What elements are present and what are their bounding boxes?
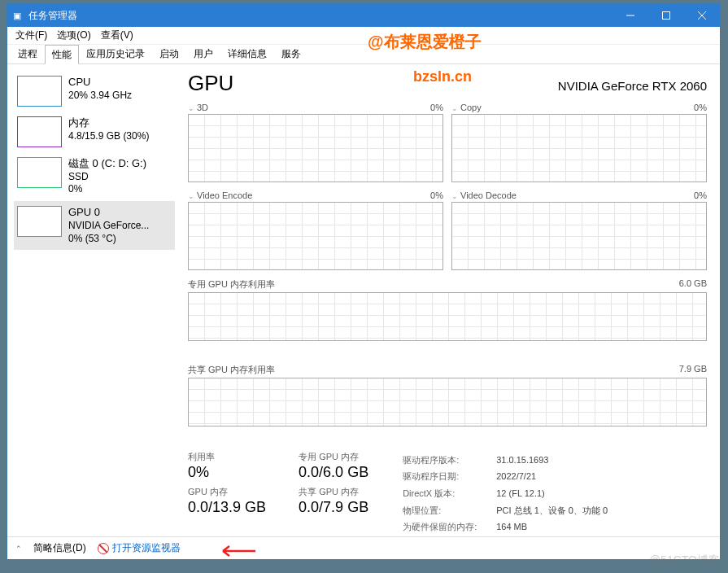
menubar: 文件(F) 选项(O) 查看(V)	[7, 27, 720, 45]
tab-services[interactable]: 服务	[274, 44, 308, 63]
window-title: 任务管理器	[27, 9, 612, 23]
menu-view[interactable]: 查看(V)	[96, 27, 138, 44]
cpu-sub: 20% 3.94 GHz	[68, 90, 132, 103]
sidebar-item-disk[interactable]: 磁盘 0 (C: D: G:) SSD 0%	[14, 152, 175, 201]
chevron-down-icon[interactable]: ⌄	[188, 192, 194, 200]
chevron-down-icon[interactable]: ⌄	[451, 192, 458, 200]
task-manager-window: ▣ 任务管理器 文件(F) 选项(O) 查看(V) 进程 性能 应用历史记录 启…	[7, 3, 721, 560]
main-panel: GPU NVIDIA GeForce RTX 2060 ⌄3D0% ⌄Copy0…	[178, 64, 720, 536]
stat-gpu-memory: GPU 内存 0.0/13.9 GB	[188, 486, 266, 516]
chart-3d[interactable]: ⌄3D0%	[188, 103, 443, 182]
maximize-button[interactable]	[648, 4, 684, 27]
forbidden-icon	[98, 543, 109, 554]
chart-dedicated-memory: 专用 GPU 内存利用率6.0 GB	[188, 278, 707, 356]
tab-startup[interactable]: 启动	[152, 44, 186, 63]
close-button[interactable]	[684, 4, 720, 27]
chart-copy-graph	[451, 114, 707, 182]
sidebar-item-cpu[interactable]: CPU 20% 3.94 GHz	[14, 71, 175, 112]
chevron-up-icon[interactable]: ⌃	[15, 545, 22, 553]
chart-vdec-graph	[451, 202, 707, 270]
tab-details[interactable]: 详细信息	[220, 44, 274, 63]
app-icon: ▣	[7, 11, 27, 21]
chevron-down-icon[interactable]: ⌄	[188, 104, 194, 112]
tab-app-history[interactable]: 应用历史记录	[79, 44, 152, 63]
chart-dedmem-graph	[188, 292, 707, 341]
tabbar: 进程 性能 应用历史记录 启动 用户 详细信息 服务	[7, 45, 720, 64]
chart-copy[interactable]: ⌄Copy0%	[451, 103, 707, 182]
minimize-button[interactable]	[612, 4, 648, 27]
gpu-sub2: 0% (53 °C)	[68, 233, 149, 246]
disk-label: 磁盘 0 (C: D: G:)	[68, 157, 146, 171]
chart-3d-graph	[188, 114, 443, 182]
resource-monitor-link[interactable]: 打开资源监视器	[98, 541, 181, 555]
chevron-down-icon[interactable]: ⌄	[451, 104, 458, 112]
stat-shared-memory: 共享 GPU 内存 0.0/7.9 GB	[299, 486, 368, 516]
gpu-thumb-chart	[17, 206, 62, 237]
gpu-properties: 驱动程序版本:31.0.15.1693 驱动程序日期:2022/7/21 Dir…	[401, 451, 707, 536]
menu-file[interactable]: 文件(F)	[11, 27, 52, 44]
cpu-thumb-chart	[17, 76, 62, 107]
memory-sub: 4.8/15.9 GB (30%)	[68, 130, 149, 143]
chart-video-decode[interactable]: ⌄Video Decode0%	[451, 190, 707, 270]
chart-shared-memory: 共享 GPU 内存利用率7.9 GB	[188, 364, 707, 441]
brief-info-link[interactable]: 简略信息(D)	[33, 541, 86, 555]
sidebar: CPU 20% 3.94 GHz 内存 4.8/15.9 GB (30%) 磁盘…	[7, 64, 178, 536]
stats-section: 利用率 0% GPU 内存 0.0/13.9 GB 专用 GPU 内存 0.0/…	[188, 451, 707, 536]
chart-shmem-graph	[188, 378, 707, 426]
tab-processes[interactable]: 进程	[11, 44, 45, 63]
disk-thumb-chart	[17, 157, 62, 188]
gpu-label: GPU 0	[68, 206, 149, 220]
tab-performance[interactable]: 性能	[45, 45, 79, 64]
menu-options[interactable]: 选项(O)	[52, 27, 95, 44]
page-title: GPU	[188, 71, 233, 96]
stat-dedicated-memory: 专用 GPU 内存 0.0/6.0 GB	[299, 451, 368, 481]
content-area: CPU 20% 3.94 GHz 内存 4.8/15.9 GB (30%) 磁盘…	[7, 64, 720, 536]
chart-venc-graph	[188, 202, 443, 270]
disk-sub2: 0%	[68, 183, 146, 196]
sidebar-item-gpu[interactable]: GPU 0 NVIDIA GeForce... 0% (53 °C)	[14, 201, 175, 250]
tab-users[interactable]: 用户	[186, 44, 220, 63]
memory-label: 内存	[68, 116, 149, 130]
sidebar-item-memory[interactable]: 内存 4.8/15.9 GB (30%)	[14, 112, 175, 152]
gpu-model: NVIDIA GeForce RTX 2060	[558, 79, 707, 93]
disk-sub1: SSD	[68, 171, 146, 184]
svg-rect-1	[663, 12, 670, 20]
footer: ⌃ 简略信息(D) 打开资源监视器	[7, 536, 720, 559]
cpu-label: CPU	[68, 76, 132, 90]
gpu-sub1: NVIDIA GeForce...	[68, 220, 149, 233]
stat-utilization: 利用率 0%	[188, 451, 266, 481]
titlebar[interactable]: ▣ 任务管理器	[7, 4, 720, 27]
memory-thumb-chart	[17, 116, 62, 147]
chart-video-encode[interactable]: ⌄Video Encode0%	[188, 190, 443, 270]
